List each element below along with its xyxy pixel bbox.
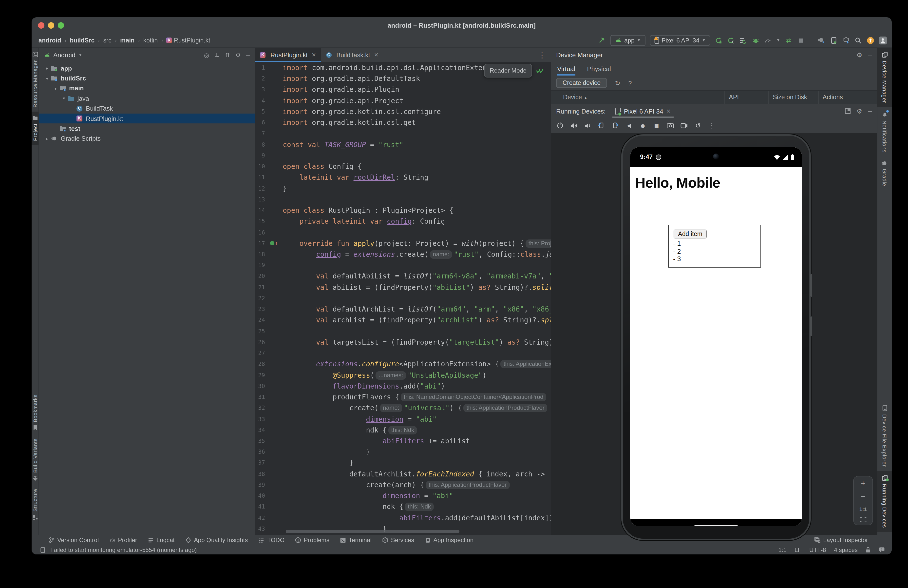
code-line[interactable]: 18 config = extensions.create(name:"rust… [255,249,551,260]
notifications-balloon-icon[interactable] [879,547,885,553]
add-item-button[interactable]: Add item [674,230,707,238]
code-area[interactable]: 1import com.android.build.api.dsl.Applic… [255,62,551,535]
toolwindow-profiler[interactable]: Profiler [109,536,137,544]
overview-icon[interactable]: ■ [653,122,660,129]
code-line[interactable]: 27 [255,348,551,358]
code-line[interactable]: 21 val abiList = (findProperty("abiList"… [255,282,551,293]
code-line[interactable]: 19 [255,260,551,271]
status-message[interactable]: Failed to start monitoring emulator-5554… [39,546,197,554]
stripe-tab-project[interactable]: Project [32,111,39,145]
emulator-screen[interactable]: 9:47 Hello, Mobile Add item - 1 - 2 - 3 [630,147,802,526]
chevron-right-icon[interactable]: ▸ [44,66,50,71]
breadcrumb-main[interactable]: main [120,37,134,44]
tab-rustplugin[interactable]: K RustPlugin.kt ✕ [255,48,321,62]
code-line[interactable]: 38 defaultArchList.forEachIndexed { inde… [255,468,551,479]
snapshots-icon[interactable]: ↺ [694,122,702,129]
device-manager-icon[interactable] [829,36,837,44]
chevron-down-icon[interactable]: ▾ [61,96,67,101]
help-icon[interactable]: ? [628,79,632,87]
stripe-tab-running-devices[interactable]: Running Devices [877,471,892,532]
stripe-tab-structure[interactable]: Structure [32,485,39,524]
code-line[interactable]: 14open class RustPlugin : Plugin<Project… [255,205,551,216]
chevron-down-icon[interactable]: ▾ [52,86,59,91]
code-line[interactable]: 22 [255,293,551,304]
code-line[interactable]: 30 flavorDimensions.add("abi") [255,381,551,391]
stripe-tab-bookmarks[interactable]: Bookmarks [32,390,39,435]
code-line[interactable]: 25 [255,325,551,337]
project-tree[interactable]: ▸app▾buildSrc▾main▾javaCBuildTaskKRustPl… [39,62,254,535]
tab-buildtask[interactable]: C BuildTask.kt ✕ [321,48,383,62]
code-line[interactable]: 35 abiFilters += abiList [255,435,551,446]
horizontal-scrollbar[interactable] [286,530,459,533]
toolwindow-app-inspection[interactable]: App Inspection [424,536,473,544]
line-ending[interactable]: LF [794,546,802,553]
tree-item-gradle-scripts[interactable]: ▸Gradle Scripts [39,134,254,144]
tree-item-rustplugin-kt[interactable]: KRustPlugin.kt [39,114,254,124]
volume-down-icon[interactable] [584,122,591,129]
chevron-down-icon[interactable]: ▼ [79,53,82,57]
close-window-button[interactable] [38,22,44,29]
create-device-button[interactable]: Create device [556,78,607,88]
chevron-down-icon[interactable]: ▾ [44,76,50,81]
tree-item-main[interactable]: ▾main [39,84,254,93]
code-line[interactable]: 28 extensions.configure<ApplicationExten… [255,359,551,369]
caret-position[interactable]: 1:1 [778,546,787,553]
settings-icon[interactable]: ⚙ [235,52,241,58]
code-line[interactable]: 12} [255,183,551,194]
stripe-tab-build-variants[interactable]: Build Variants [32,435,39,485]
toolwindow-app-quality-insights[interactable]: App Quality Insights [185,536,248,544]
refresh-icon[interactable]: ↻ [615,79,620,87]
project-view-select[interactable]: Android [53,52,76,59]
device-select[interactable]: Pixel 6 API 34▼ [650,35,710,46]
column-api[interactable]: API [724,91,768,104]
column-size[interactable]: Size on Disk [768,91,818,104]
stripe-tab-notifications[interactable]: Notifications [877,107,892,156]
toolwindow-logcat[interactable]: Logcat [148,536,175,544]
code-line[interactable]: 26 val targetsList = (findProperty("targ… [255,337,551,348]
apply-code-changes-icon[interactable]: A [727,36,735,44]
rotate-left-icon[interactable] [597,122,605,129]
upgrade-assistant-icon[interactable] [866,36,874,44]
expand-all-icon[interactable]: ⇊ [215,52,220,58]
volume-up-icon[interactable] [570,122,577,129]
toolwindow-layout-inspector[interactable]: Layout Inspector [814,536,868,544]
override-gutter-icon[interactable] [270,241,274,246]
code-line[interactable]: 15 private lateinit var config: Config [255,216,551,227]
rerun-icon[interactable] [715,36,723,44]
zoom-in-button[interactable]: + [861,479,865,487]
rotate-right-icon[interactable] [612,122,619,129]
code-line[interactable]: 24 val archList = (findProperty("archLis… [255,315,551,325]
sdk-manager-icon[interactable] [842,36,850,44]
file-encoding[interactable]: UTF-8 [809,546,826,553]
code-line[interactable]: 41 ndk {this: Ndk [255,501,551,512]
more-actions-icon[interactable]: ⋮ [708,122,716,129]
code-line[interactable]: 37 } [255,458,551,468]
stripe-tab-device-manager[interactable]: Device Manager [877,48,892,107]
zoom-reset-button[interactable]: 1:1 [860,506,867,512]
zoom-out-button[interactable]: − [861,493,865,501]
indent-setting[interactable]: 4 spaces [834,546,858,553]
close-icon[interactable]: ✕ [666,108,671,114]
close-icon[interactable]: ✕ [312,52,316,58]
settings-icon[interactable]: ⚙ [856,107,862,115]
code-line[interactable]: 33 dimension = "abi" [255,414,551,424]
code-line[interactable]: 8const val TASK_GROUP = "rust" [255,139,551,150]
build-hammer-icon[interactable] [598,36,606,44]
code-line[interactable]: 6import org.gradle.kotlin.dsl.get [255,117,551,128]
tree-item-test[interactable]: test [39,124,254,134]
maximize-window-button[interactable] [58,22,64,29]
reader-mode-button[interactable]: Reader Mode [485,64,532,77]
stripe-tab-resource-manager[interactable]: Resource Manager [32,48,39,111]
profiler-dropdown-icon[interactable]: ▼ [776,38,780,42]
screen-record-icon[interactable] [681,122,688,129]
hide-panel-icon[interactable]: ─ [246,52,250,58]
zoom-fit-button[interactable] [860,517,866,522]
profiler-icon[interactable] [764,36,772,44]
collapse-all-icon[interactable]: ⇈ [225,52,230,58]
gradle-sync-icon[interactable] [817,36,825,44]
chevron-right-icon[interactable]: ▸ [44,136,50,141]
code-line[interactable]: 34 ndk {this: Ndk [255,424,551,435]
restart-activity-icon[interactable] [739,36,747,44]
breadcrumb-file[interactable]: KRustPlugin.kt [167,37,210,44]
run-configuration-select[interactable]: app▼ [610,35,645,46]
